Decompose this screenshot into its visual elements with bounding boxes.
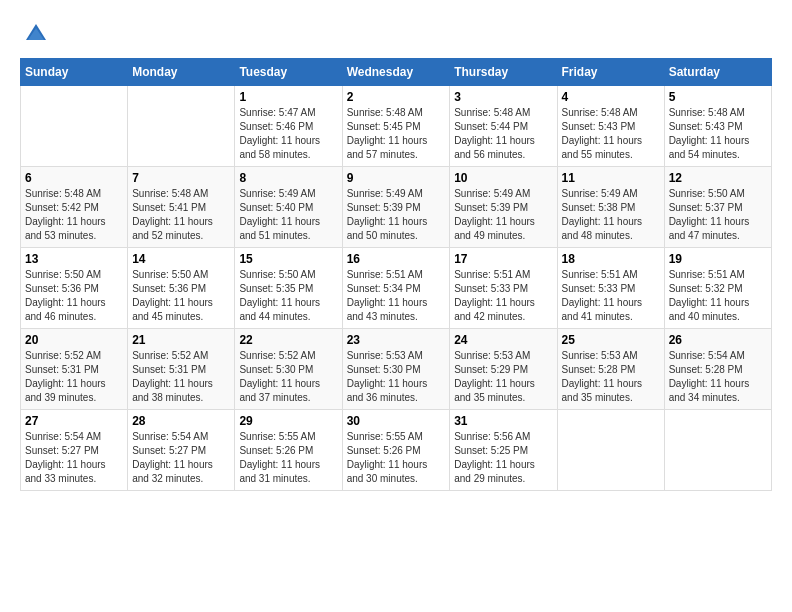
day-number: 30 [347, 414, 446, 428]
calendar-cell: 16Sunrise: 5:51 AMSunset: 5:34 PMDayligh… [342, 248, 450, 329]
day-info: Sunrise: 5:50 AMSunset: 5:36 PMDaylight:… [132, 268, 230, 324]
day-info: Sunrise: 5:54 AMSunset: 5:27 PMDaylight:… [132, 430, 230, 486]
day-info: Sunrise: 5:52 AMSunset: 5:30 PMDaylight:… [239, 349, 337, 405]
calendar-week-row: 27Sunrise: 5:54 AMSunset: 5:27 PMDayligh… [21, 410, 772, 491]
calendar-cell [557, 410, 664, 491]
day-number: 19 [669, 252, 767, 266]
day-number: 14 [132, 252, 230, 266]
calendar-cell: 5Sunrise: 5:48 AMSunset: 5:43 PMDaylight… [664, 86, 771, 167]
day-info: Sunrise: 5:51 AMSunset: 5:33 PMDaylight:… [562, 268, 660, 324]
column-header-friday: Friday [557, 59, 664, 86]
column-header-tuesday: Tuesday [235, 59, 342, 86]
calendar-cell [128, 86, 235, 167]
day-number: 3 [454, 90, 552, 104]
day-number: 31 [454, 414, 552, 428]
calendar-cell: 7Sunrise: 5:48 AMSunset: 5:41 PMDaylight… [128, 167, 235, 248]
calendar-cell: 14Sunrise: 5:50 AMSunset: 5:36 PMDayligh… [128, 248, 235, 329]
calendar-cell: 3Sunrise: 5:48 AMSunset: 5:44 PMDaylight… [450, 86, 557, 167]
calendar-cell: 29Sunrise: 5:55 AMSunset: 5:26 PMDayligh… [235, 410, 342, 491]
day-info: Sunrise: 5:52 AMSunset: 5:31 PMDaylight:… [132, 349, 230, 405]
calendar-table: SundayMondayTuesdayWednesdayThursdayFrid… [20, 58, 772, 491]
day-number: 23 [347, 333, 446, 347]
day-info: Sunrise: 5:55 AMSunset: 5:26 PMDaylight:… [347, 430, 446, 486]
day-info: Sunrise: 5:50 AMSunset: 5:35 PMDaylight:… [239, 268, 337, 324]
day-number: 20 [25, 333, 123, 347]
calendar-cell: 21Sunrise: 5:52 AMSunset: 5:31 PMDayligh… [128, 329, 235, 410]
calendar-week-row: 20Sunrise: 5:52 AMSunset: 5:31 PMDayligh… [21, 329, 772, 410]
column-header-sunday: Sunday [21, 59, 128, 86]
day-number: 15 [239, 252, 337, 266]
day-info: Sunrise: 5:48 AMSunset: 5:41 PMDaylight:… [132, 187, 230, 243]
day-info: Sunrise: 5:54 AMSunset: 5:28 PMDaylight:… [669, 349, 767, 405]
day-info: Sunrise: 5:51 AMSunset: 5:33 PMDaylight:… [454, 268, 552, 324]
calendar-cell: 26Sunrise: 5:54 AMSunset: 5:28 PMDayligh… [664, 329, 771, 410]
calendar-cell: 17Sunrise: 5:51 AMSunset: 5:33 PMDayligh… [450, 248, 557, 329]
day-info: Sunrise: 5:49 AMSunset: 5:40 PMDaylight:… [239, 187, 337, 243]
calendar-cell: 6Sunrise: 5:48 AMSunset: 5:42 PMDaylight… [21, 167, 128, 248]
calendar-header-row: SundayMondayTuesdayWednesdayThursdayFrid… [21, 59, 772, 86]
day-number: 27 [25, 414, 123, 428]
day-number: 22 [239, 333, 337, 347]
day-number: 6 [25, 171, 123, 185]
day-number: 12 [669, 171, 767, 185]
calendar-cell: 31Sunrise: 5:56 AMSunset: 5:25 PMDayligh… [450, 410, 557, 491]
day-info: Sunrise: 5:55 AMSunset: 5:26 PMDaylight:… [239, 430, 337, 486]
calendar-cell: 10Sunrise: 5:49 AMSunset: 5:39 PMDayligh… [450, 167, 557, 248]
day-info: Sunrise: 5:53 AMSunset: 5:30 PMDaylight:… [347, 349, 446, 405]
day-info: Sunrise: 5:48 AMSunset: 5:45 PMDaylight:… [347, 106, 446, 162]
day-info: Sunrise: 5:51 AMSunset: 5:32 PMDaylight:… [669, 268, 767, 324]
logo [20, 20, 50, 48]
day-info: Sunrise: 5:48 AMSunset: 5:44 PMDaylight:… [454, 106, 552, 162]
day-number: 18 [562, 252, 660, 266]
calendar-cell: 8Sunrise: 5:49 AMSunset: 5:40 PMDaylight… [235, 167, 342, 248]
column-header-wednesday: Wednesday [342, 59, 450, 86]
day-info: Sunrise: 5:47 AMSunset: 5:46 PMDaylight:… [239, 106, 337, 162]
day-number: 10 [454, 171, 552, 185]
calendar-cell: 25Sunrise: 5:53 AMSunset: 5:28 PMDayligh… [557, 329, 664, 410]
calendar-cell [664, 410, 771, 491]
calendar-cell [21, 86, 128, 167]
logo-icon [22, 20, 50, 48]
day-info: Sunrise: 5:56 AMSunset: 5:25 PMDaylight:… [454, 430, 552, 486]
day-number: 29 [239, 414, 337, 428]
day-info: Sunrise: 5:49 AMSunset: 5:39 PMDaylight:… [347, 187, 446, 243]
page-header [20, 20, 772, 48]
calendar-cell: 23Sunrise: 5:53 AMSunset: 5:30 PMDayligh… [342, 329, 450, 410]
day-info: Sunrise: 5:52 AMSunset: 5:31 PMDaylight:… [25, 349, 123, 405]
calendar-cell: 1Sunrise: 5:47 AMSunset: 5:46 PMDaylight… [235, 86, 342, 167]
calendar-week-row: 1Sunrise: 5:47 AMSunset: 5:46 PMDaylight… [21, 86, 772, 167]
calendar-cell: 30Sunrise: 5:55 AMSunset: 5:26 PMDayligh… [342, 410, 450, 491]
day-info: Sunrise: 5:48 AMSunset: 5:42 PMDaylight:… [25, 187, 123, 243]
calendar-week-row: 13Sunrise: 5:50 AMSunset: 5:36 PMDayligh… [21, 248, 772, 329]
day-number: 21 [132, 333, 230, 347]
day-info: Sunrise: 5:53 AMSunset: 5:28 PMDaylight:… [562, 349, 660, 405]
calendar-cell: 28Sunrise: 5:54 AMSunset: 5:27 PMDayligh… [128, 410, 235, 491]
day-number: 17 [454, 252, 552, 266]
day-number: 28 [132, 414, 230, 428]
day-number: 16 [347, 252, 446, 266]
calendar-cell: 12Sunrise: 5:50 AMSunset: 5:37 PMDayligh… [664, 167, 771, 248]
calendar-cell: 9Sunrise: 5:49 AMSunset: 5:39 PMDaylight… [342, 167, 450, 248]
day-info: Sunrise: 5:50 AMSunset: 5:36 PMDaylight:… [25, 268, 123, 324]
day-number: 11 [562, 171, 660, 185]
calendar-cell: 27Sunrise: 5:54 AMSunset: 5:27 PMDayligh… [21, 410, 128, 491]
calendar-cell: 24Sunrise: 5:53 AMSunset: 5:29 PMDayligh… [450, 329, 557, 410]
calendar-cell: 2Sunrise: 5:48 AMSunset: 5:45 PMDaylight… [342, 86, 450, 167]
day-info: Sunrise: 5:51 AMSunset: 5:34 PMDaylight:… [347, 268, 446, 324]
calendar-cell: 20Sunrise: 5:52 AMSunset: 5:31 PMDayligh… [21, 329, 128, 410]
column-header-thursday: Thursday [450, 59, 557, 86]
day-number: 8 [239, 171, 337, 185]
calendar-cell: 22Sunrise: 5:52 AMSunset: 5:30 PMDayligh… [235, 329, 342, 410]
day-number: 5 [669, 90, 767, 104]
day-number: 26 [669, 333, 767, 347]
calendar-cell: 15Sunrise: 5:50 AMSunset: 5:35 PMDayligh… [235, 248, 342, 329]
day-info: Sunrise: 5:50 AMSunset: 5:37 PMDaylight:… [669, 187, 767, 243]
day-number: 7 [132, 171, 230, 185]
day-info: Sunrise: 5:54 AMSunset: 5:27 PMDaylight:… [25, 430, 123, 486]
calendar-cell: 11Sunrise: 5:49 AMSunset: 5:38 PMDayligh… [557, 167, 664, 248]
day-info: Sunrise: 5:49 AMSunset: 5:39 PMDaylight:… [454, 187, 552, 243]
calendar-cell: 13Sunrise: 5:50 AMSunset: 5:36 PMDayligh… [21, 248, 128, 329]
day-number: 4 [562, 90, 660, 104]
column-header-monday: Monday [128, 59, 235, 86]
day-info: Sunrise: 5:53 AMSunset: 5:29 PMDaylight:… [454, 349, 552, 405]
